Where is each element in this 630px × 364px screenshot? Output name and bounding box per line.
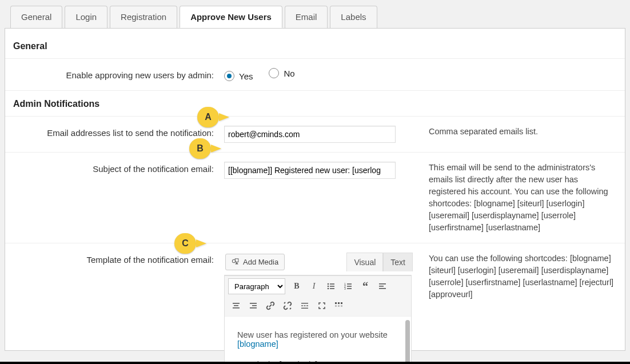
add-media-button[interactable]: Add Media [225, 254, 285, 270]
svg-line-23 [284, 302, 285, 303]
svg-rect-11 [347, 286, 352, 287]
editor-shortcode-link[interactable]: [blogname] [237, 339, 278, 349]
tab-email[interactable]: Email [285, 6, 328, 28]
svg-rect-22 [250, 307, 257, 309]
align-left-button[interactable] [374, 278, 390, 294]
enable-label: Enable approving new users by admin: [15, 68, 224, 80]
add-media-label: Add Media [243, 258, 278, 266]
svg-rect-30 [335, 302, 337, 304]
tab-general[interactable]: General [10, 6, 62, 28]
svg-rect-26 [301, 305, 303, 306]
section-title-general: General [5, 40, 625, 59]
svg-rect-21 [252, 305, 257, 306]
tab-login[interactable]: Login [65, 6, 107, 28]
blockquote-button[interactable]: “ [357, 278, 373, 294]
svg-text:3: 3 [344, 287, 346, 290]
format-select[interactable]: Paragraph [228, 278, 285, 294]
wysiwyg-editor: Paragraph B I 123 “ [224, 275, 412, 364]
svg-rect-17 [233, 303, 240, 304]
editor-body[interactable]: New user has registered on your website … [225, 316, 411, 364]
toolbar-toggle-button[interactable] [331, 298, 347, 314]
italic-button[interactable]: I [306, 278, 322, 294]
align-right-button[interactable] [245, 298, 261, 314]
media-icon [232, 257, 240, 267]
fullscreen-button[interactable] [314, 298, 330, 314]
bullet-list-button[interactable] [323, 278, 339, 294]
svg-rect-20 [250, 303, 257, 304]
radio-no-label: No [284, 69, 294, 78]
svg-line-24 [290, 308, 291, 309]
align-center-button[interactable] [228, 298, 244, 314]
editor-toolbar: Paragraph B I 123 “ [225, 275, 411, 316]
unlink-button[interactable] [280, 298, 296, 314]
radio-no[interactable]: No [269, 68, 294, 78]
svg-rect-33 [335, 305, 337, 307]
editor-text-line: User login: [userlogin] [237, 360, 398, 364]
radio-circle-icon [224, 71, 234, 81]
email-list-help: Comma separated emails list. [413, 126, 615, 138]
editor-text-line: New user has registered on your website [237, 330, 398, 339]
svg-point-4 [328, 286, 329, 287]
svg-rect-14 [379, 283, 386, 285]
numbered-list-button[interactable]: 123 [340, 278, 356, 294]
svg-rect-5 [330, 286, 334, 287]
radio-yes-label: Yes [239, 71, 253, 81]
svg-point-2 [328, 283, 329, 285]
scrollbar-thumb[interactable] [405, 320, 410, 364]
bold-button[interactable]: B [289, 278, 305, 294]
svg-rect-3 [330, 283, 334, 285]
row-enable-approving: Enable approving new users by admin: Yes… [5, 59, 625, 91]
svg-rect-31 [338, 302, 340, 304]
tab-registration[interactable]: Registration [110, 6, 177, 28]
settings-tabs: General Login Registration Approve New U… [0, 0, 630, 28]
section-title-admin-notifications: Admin Notifications [5, 91, 625, 117]
row-email-list: Email addresses list to send the notific… [5, 117, 625, 153]
svg-rect-29 [301, 308, 308, 309]
email-list-label: Email addresses list to send the notific… [15, 126, 224, 138]
svg-rect-27 [304, 305, 306, 306]
svg-rect-13 [347, 288, 352, 289]
svg-rect-28 [306, 305, 308, 306]
svg-rect-15 [379, 286, 384, 287]
svg-rect-35 [341, 305, 342, 307]
svg-rect-32 [341, 302, 342, 304]
link-button[interactable] [262, 298, 278, 314]
radio-yes[interactable]: Yes [224, 71, 253, 81]
template-help: You can use the following shortcodes: [b… [413, 253, 615, 301]
read-more-button[interactable] [297, 298, 313, 314]
email-list-input[interactable] [224, 126, 396, 143]
svg-rect-7 [330, 288, 334, 289]
row-subject: Subject of the notification email: This … [5, 153, 625, 243]
radio-circle-icon [269, 68, 279, 78]
svg-point-6 [328, 288, 329, 290]
svg-rect-25 [301, 303, 308, 303]
tab-approve-new-users[interactable]: Approve New Users [180, 6, 282, 28]
subject-help: This email will be send to the administr… [413, 162, 615, 234]
template-label: Template of the notification email: [15, 253, 224, 265]
svg-rect-9 [347, 283, 352, 285]
svg-rect-34 [338, 305, 340, 307]
tab-panel: General Enable approving new users by ad… [5, 28, 625, 351]
editor-tab-visual[interactable]: Visual [346, 253, 383, 271]
editor-tab-text[interactable]: Text [383, 253, 413, 271]
subject-input[interactable] [224, 162, 396, 179]
svg-rect-19 [233, 307, 240, 309]
row-template: Template of the notification email: Add … [5, 243, 625, 364]
subject-label: Subject of the notification email: [15, 162, 224, 174]
svg-rect-16 [379, 288, 386, 289]
tab-labels[interactable]: Labels [330, 6, 377, 28]
svg-rect-18 [234, 305, 238, 306]
